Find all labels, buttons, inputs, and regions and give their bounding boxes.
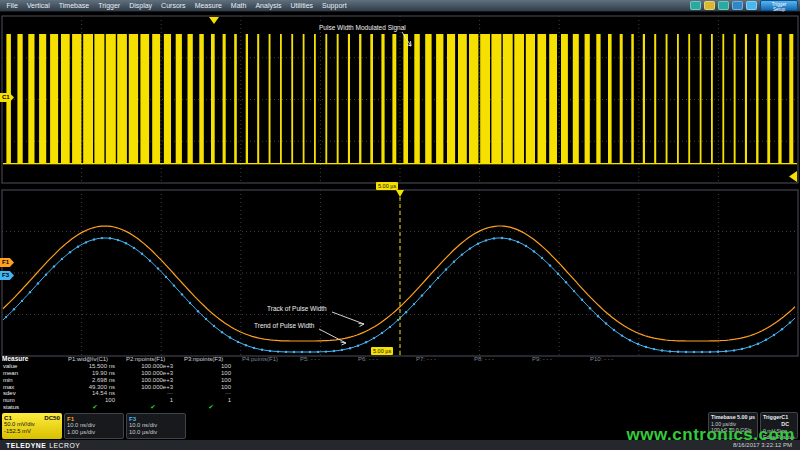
measure-cell-p3-sdev: ---: [182, 390, 240, 397]
toolbar-icon-5[interactable]: [746, 1, 757, 10]
menu-item-timebase[interactable]: Timebase: [54, 0, 93, 12]
measure-row-label-mean: mean: [2, 370, 66, 377]
logo-lecroy: LECROY: [49, 442, 80, 449]
timebase-delay: 5.00 µs: [737, 414, 755, 421]
measure-cell-p2-sdev: ---: [124, 390, 182, 397]
menu-item-support[interactable]: Support: [318, 0, 352, 12]
c1-coupling: DC50: [44, 414, 60, 421]
annotation-pwm-signal: Pulse Width Modulated Signal: [318, 24, 407, 31]
measure-cell-p3-value: 100: [182, 363, 240, 370]
toolbar-icon-2[interactable]: [704, 1, 715, 10]
measure-cell-p1-max: 49.300 ns: [66, 384, 124, 391]
cursor-flag-top[interactable]: 5.00 µs: [376, 182, 398, 190]
annotation-track: Track of Pulse Width: [266, 305, 328, 312]
measure-cell-p1-min: 2.698 ns: [66, 377, 124, 384]
measure-cell-p1-value: 15.500 ns: [66, 363, 124, 370]
f3-descriptor-label: F3: [129, 415, 136, 422]
measure-col-header-p5[interactable]: P5: - - -: [298, 356, 356, 363]
toolbar-icon-4[interactable]: [732, 1, 743, 10]
f1-horizontal-scale: 1.00 µs/div: [67, 429, 121, 436]
c1-offset: -152.5 mV: [4, 428, 60, 435]
toolbar-icon-1[interactable]: [690, 1, 701, 10]
f1-descriptor-box[interactable]: F1 10.0 ns/div 1.00 µs/div: [64, 413, 124, 439]
measure-cell-p1-status: ✔: [66, 404, 124, 411]
measure-row-label-status: status: [2, 404, 66, 411]
f3-descriptor-box[interactable]: F3 10.0 ns/div 10.0 µs/div: [126, 413, 186, 439]
measure-cell-p3-status: ✔: [182, 404, 240, 411]
measure-col-header-p8[interactable]: P8: - - -: [472, 356, 530, 363]
cursor-flag-bottom[interactable]: 5.00 µs: [371, 347, 393, 355]
menu-item-measure[interactable]: Measure: [190, 0, 226, 12]
menu-item-analysis[interactable]: Analysis: [251, 0, 286, 12]
f3-trend-waveform: [3, 238, 795, 352]
measure-col-header-p7[interactable]: P7: - - -: [414, 356, 472, 363]
watermark: www.cntronics.com: [627, 425, 795, 445]
trigger-setup-label-line2: Setup: [761, 7, 797, 12]
menu-item-cursors[interactable]: Cursors: [157, 0, 191, 12]
measure-row-label-value: value: [2, 363, 66, 370]
measure-row-label-sdev: sdev: [2, 390, 66, 397]
measure-cell-p1-num: 100: [66, 397, 124, 404]
menu-item-vertical[interactable]: Vertical: [22, 0, 54, 12]
measure-row-label-max: max: [2, 384, 66, 391]
measure-row-label-num: num: [2, 397, 66, 404]
toolbar-icon-3[interactable]: [718, 1, 729, 10]
measure-cell-p2-max: 100.000e+3: [124, 384, 182, 391]
menu-item-file[interactable]: File: [2, 0, 22, 12]
menu-bar-items: FileVerticalTimebaseTriggerDisplayCursor…: [2, 0, 351, 12]
trigger-setup-button[interactable]: Trigger Setup: [760, 0, 798, 11]
f1-track-waveform: [3, 226, 795, 341]
f3-trend-points: [5, 237, 791, 353]
measure-col-header-p9[interactable]: P9: - - -: [530, 356, 588, 363]
measure-cell-p3-num: 1: [182, 397, 240, 404]
measure-col-header-p4[interactable]: P4:points(F1): [240, 356, 298, 363]
measure-cell-p2-value: 100.000e+3: [124, 363, 182, 370]
measure-cell-p2-min: 100.000e+3: [124, 377, 182, 384]
measure-col-header-p3[interactable]: P3:npoints(F3): [182, 356, 240, 363]
measure-col-header-p10[interactable]: P10: - - -: [588, 356, 646, 363]
measure-col-header-p1[interactable]: P1:wid@lv(C1): [66, 356, 124, 363]
toolbar: Trigger Setup: [690, 0, 798, 11]
menu-item-trigger[interactable]: Trigger: [94, 0, 125, 12]
menu-item-math[interactable]: Math: [226, 0, 251, 12]
menu-bar: FileVerticalTimebaseTriggerDisplayCursor…: [0, 0, 800, 12]
measure-cell-p2-num: 1: [124, 397, 182, 404]
f3-vertical-scale: 10.0 ns/div: [129, 422, 183, 429]
measure-cell-p1-sdev: 14.54 ns: [66, 390, 124, 397]
timebase-title: Timebase: [711, 414, 736, 421]
measure-title: Measure: [2, 356, 66, 363]
annotation-trend: Trend of Pulse Width: [253, 322, 315, 329]
measure-cell-p2-mean: 100.000e+3: [124, 370, 182, 377]
logo-teledyne: TELEDYNE: [6, 442, 46, 449]
measure-col-header-p6[interactable]: P6: - - -: [356, 356, 414, 363]
f1-descriptor-label: F1: [67, 415, 74, 422]
measure-cell-p3-max: 100: [182, 384, 240, 391]
menu-item-utilities[interactable]: Utilities: [286, 0, 318, 12]
menu-item-display[interactable]: Display: [125, 0, 157, 12]
teledyne-lecroy-logo: TELEDYNELECROY: [6, 442, 80, 449]
f1-vertical-scale: 10.0 ns/div: [67, 422, 121, 429]
measure-cell-p3-mean: 100: [182, 370, 240, 377]
measure-table: MeasureP1:wid@lv(C1)P2:npoints(F1)P3:npo…: [2, 356, 646, 411]
c1-descriptor-label: C1: [4, 414, 12, 421]
measure-cell-p1-mean: 19.90 ns: [66, 370, 124, 377]
trigger-time-marker[interactable]: [209, 17, 219, 24]
c1-volts-per-div: 50.0 mV/div: [4, 421, 60, 428]
measure-col-header-p2[interactable]: P2:npoints(F1): [124, 356, 182, 363]
f3-horizontal-scale: 10.0 µs/div: [129, 429, 183, 436]
measure-cell-p3-min: 100: [182, 377, 240, 384]
trigger-level-marker[interactable]: [789, 171, 797, 182]
measure-row-label-min: min: [2, 377, 66, 384]
c1-descriptor-box[interactable]: C1 DC50 50.0 mV/div -152.5 mV: [2, 413, 62, 439]
measure-cell-p2-status: ✔: [124, 404, 182, 411]
